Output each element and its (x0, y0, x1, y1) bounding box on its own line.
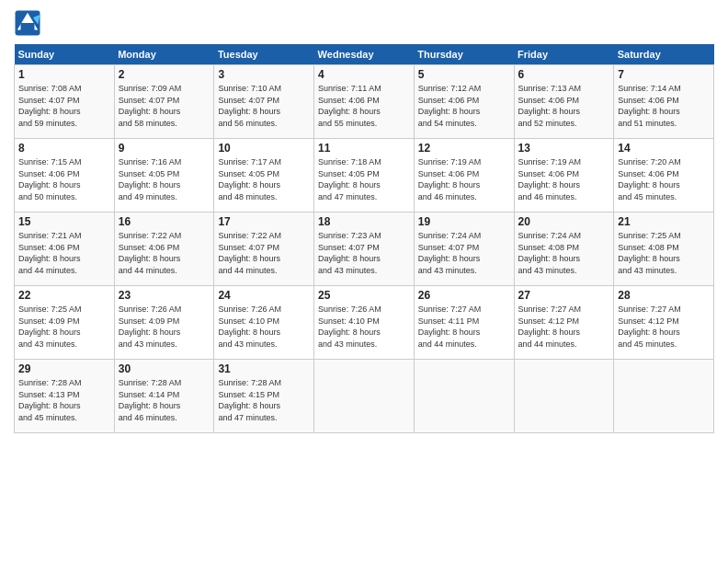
calendar-cell: 16Sunrise: 7:22 AMSunset: 4:06 PMDayligh… (114, 213, 214, 286)
day-info: Sunrise: 7:22 AMSunset: 4:07 PMDaylight:… (218, 230, 310, 276)
day-info: Sunrise: 7:24 AMSunset: 4:08 PMDaylight:… (518, 230, 610, 276)
day-info: Sunrise: 7:09 AMSunset: 4:07 PMDaylight:… (119, 83, 210, 129)
day-info: Sunrise: 7:17 AMSunset: 4:05 PMDaylight:… (218, 156, 310, 202)
day-number: 14 (618, 142, 710, 155)
day-number: 26 (418, 289, 510, 302)
day-info: Sunrise: 7:27 AMSunset: 4:12 PMDaylight:… (518, 304, 610, 350)
calendar-cell: 28Sunrise: 7:27 AMSunset: 4:12 PMDayligh… (614, 286, 714, 360)
week-row-2: 8Sunrise: 7:15 AMSunset: 4:06 PMDaylight… (15, 139, 714, 213)
day-number: 18 (318, 215, 410, 228)
day-number: 6 (518, 68, 610, 81)
calendar-cell: 10Sunrise: 7:17 AMSunset: 4:05 PMDayligh… (214, 139, 314, 213)
calendar-cell: 2Sunrise: 7:09 AMSunset: 4:07 PMDaylight… (114, 65, 214, 139)
day-number: 15 (18, 215, 110, 228)
day-number: 17 (218, 215, 310, 228)
day-info: Sunrise: 7:26 AMSunset: 4:09 PMDaylight:… (119, 304, 210, 350)
day-number: 5 (418, 68, 510, 81)
calendar-cell: 15Sunrise: 7:21 AMSunset: 4:06 PMDayligh… (15, 213, 115, 286)
calendar-table: SundayMondayTuesdayWednesdayThursdayFrid… (14, 44, 714, 433)
day-info: Sunrise: 7:20 AMSunset: 4:06 PMDaylight:… (618, 156, 710, 202)
calendar-cell: 26Sunrise: 7:27 AMSunset: 4:11 PMDayligh… (414, 286, 514, 360)
col-header-tuesday: Tuesday (214, 44, 314, 65)
day-number: 28 (618, 289, 710, 302)
calendar-cell (314, 360, 415, 433)
day-info: Sunrise: 7:27 AMSunset: 4:11 PMDaylight:… (418, 304, 510, 350)
day-number: 11 (318, 142, 410, 155)
day-number: 30 (119, 362, 210, 375)
day-number: 16 (119, 215, 210, 228)
calendar-cell: 18Sunrise: 7:23 AMSunset: 4:07 PMDayligh… (314, 213, 415, 286)
week-row-5: 29Sunrise: 7:28 AMSunset: 4:13 PMDayligh… (15, 360, 714, 433)
week-row-3: 15Sunrise: 7:21 AMSunset: 4:06 PMDayligh… (15, 213, 714, 286)
calendar-cell: 4Sunrise: 7:11 AMSunset: 4:06 PMDaylight… (314, 65, 415, 139)
calendar-cell: 8Sunrise: 7:15 AMSunset: 4:06 PMDaylight… (15, 139, 115, 213)
day-info: Sunrise: 7:08 AMSunset: 4:07 PMDaylight:… (18, 83, 110, 129)
calendar-cell: 17Sunrise: 7:22 AMSunset: 4:07 PMDayligh… (214, 213, 314, 286)
day-number: 9 (119, 142, 210, 155)
calendar-cell: 3Sunrise: 7:10 AMSunset: 4:07 PMDaylight… (214, 65, 314, 139)
calendar-cell: 24Sunrise: 7:26 AMSunset: 4:10 PMDayligh… (214, 286, 314, 360)
day-number: 10 (218, 142, 310, 155)
calendar-cell: 27Sunrise: 7:27 AMSunset: 4:12 PMDayligh… (514, 286, 614, 360)
day-info: Sunrise: 7:10 AMSunset: 4:07 PMDaylight:… (218, 83, 310, 129)
day-info: Sunrise: 7:26 AMSunset: 4:10 PMDaylight:… (318, 304, 410, 350)
col-header-saturday: Saturday (614, 44, 714, 65)
day-info: Sunrise: 7:23 AMSunset: 4:07 PMDaylight:… (318, 230, 410, 276)
day-info: Sunrise: 7:24 AMSunset: 4:07 PMDaylight:… (418, 230, 510, 276)
calendar-cell: 23Sunrise: 7:26 AMSunset: 4:09 PMDayligh… (114, 286, 214, 360)
svg-rect-2 (21, 23, 35, 31)
day-info: Sunrise: 7:19 AMSunset: 4:06 PMDaylight:… (418, 156, 510, 202)
calendar-cell: 13Sunrise: 7:19 AMSunset: 4:06 PMDayligh… (514, 139, 614, 213)
calendar-cell: 9Sunrise: 7:16 AMSunset: 4:05 PMDaylight… (114, 139, 214, 213)
day-info: Sunrise: 7:19 AMSunset: 4:06 PMDaylight:… (518, 156, 610, 202)
day-number: 23 (119, 289, 210, 302)
day-number: 1 (18, 68, 110, 81)
day-number: 31 (218, 362, 310, 375)
day-info: Sunrise: 7:13 AMSunset: 4:06 PMDaylight:… (518, 83, 610, 129)
day-info: Sunrise: 7:18 AMSunset: 4:05 PMDaylight:… (318, 156, 410, 202)
day-info: Sunrise: 7:21 AMSunset: 4:06 PMDaylight:… (18, 230, 110, 276)
col-header-thursday: Thursday (414, 44, 514, 65)
calendar-cell: 11Sunrise: 7:18 AMSunset: 4:05 PMDayligh… (314, 139, 415, 213)
header (14, 9, 714, 37)
page-container: SundayMondayTuesdayWednesdayThursdayFrid… (0, 0, 728, 442)
day-number: 7 (618, 68, 710, 81)
day-number: 8 (18, 142, 110, 155)
calendar-cell (514, 360, 614, 433)
week-row-1: 1Sunrise: 7:08 AMSunset: 4:07 PMDaylight… (15, 65, 714, 139)
col-header-sunday: Sunday (15, 44, 115, 65)
calendar-cell: 21Sunrise: 7:25 AMSunset: 4:08 PMDayligh… (614, 213, 714, 286)
day-number: 19 (418, 215, 510, 228)
calendar-cell: 31Sunrise: 7:28 AMSunset: 4:15 PMDayligh… (214, 360, 314, 433)
logo-icon (14, 9, 41, 37)
day-number: 20 (518, 215, 610, 228)
calendar-cell: 29Sunrise: 7:28 AMSunset: 4:13 PMDayligh… (15, 360, 115, 433)
logo (14, 9, 45, 37)
day-info: Sunrise: 7:25 AMSunset: 4:08 PMDaylight:… (618, 230, 710, 276)
col-header-wednesday: Wednesday (314, 44, 415, 65)
week-row-4: 22Sunrise: 7:25 AMSunset: 4:09 PMDayligh… (15, 286, 714, 360)
day-number: 21 (618, 215, 710, 228)
day-info: Sunrise: 7:15 AMSunset: 4:06 PMDaylight:… (18, 156, 110, 202)
day-number: 4 (318, 68, 410, 81)
day-info: Sunrise: 7:28 AMSunset: 4:15 PMDaylight:… (218, 377, 310, 423)
day-info: Sunrise: 7:27 AMSunset: 4:12 PMDaylight:… (618, 304, 710, 350)
calendar-cell: 22Sunrise: 7:25 AMSunset: 4:09 PMDayligh… (15, 286, 115, 360)
day-number: 22 (18, 289, 110, 302)
calendar-cell: 14Sunrise: 7:20 AMSunset: 4:06 PMDayligh… (614, 139, 714, 213)
day-info: Sunrise: 7:11 AMSunset: 4:06 PMDaylight:… (318, 83, 410, 129)
day-info: Sunrise: 7:26 AMSunset: 4:10 PMDaylight:… (218, 304, 310, 350)
day-info: Sunrise: 7:12 AMSunset: 4:06 PMDaylight:… (418, 83, 510, 129)
day-info: Sunrise: 7:28 AMSunset: 4:13 PMDaylight:… (18, 377, 110, 423)
calendar-cell: 7Sunrise: 7:14 AMSunset: 4:06 PMDaylight… (614, 65, 714, 139)
calendar-cell (614, 360, 714, 433)
calendar-cell: 30Sunrise: 7:28 AMSunset: 4:14 PMDayligh… (114, 360, 214, 433)
day-number: 27 (518, 289, 610, 302)
day-info: Sunrise: 7:16 AMSunset: 4:05 PMDaylight:… (119, 156, 210, 202)
day-number: 12 (418, 142, 510, 155)
day-info: Sunrise: 7:14 AMSunset: 4:06 PMDaylight:… (618, 83, 710, 129)
calendar-cell: 12Sunrise: 7:19 AMSunset: 4:06 PMDayligh… (414, 139, 514, 213)
day-number: 2 (119, 68, 210, 81)
day-info: Sunrise: 7:22 AMSunset: 4:06 PMDaylight:… (119, 230, 210, 276)
calendar-cell: 19Sunrise: 7:24 AMSunset: 4:07 PMDayligh… (414, 213, 514, 286)
